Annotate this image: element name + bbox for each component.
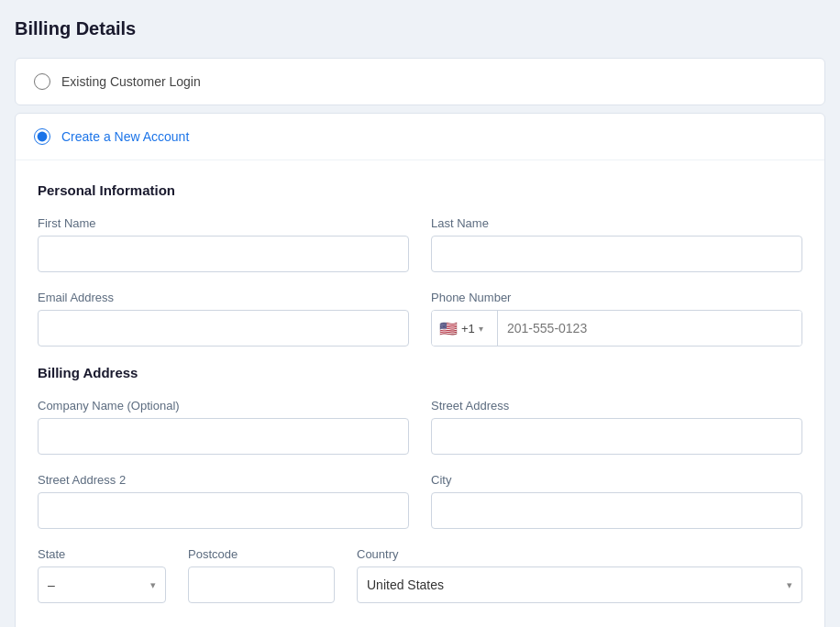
city-label: City xyxy=(431,473,802,487)
phone-wrapper: 🇺🇸 +1 ▾ xyxy=(431,310,802,346)
first-name-group: First Name xyxy=(38,216,409,272)
last-name-group: Last Name xyxy=(431,216,802,272)
existing-customer-card: Existing Customer Login xyxy=(15,58,825,105)
phone-group: Phone Number 🇺🇸 +1 ▾ xyxy=(431,291,802,346)
state-group: State – ALAKAZAR CACOCTDE FLGAHIID ILINI… xyxy=(38,547,166,603)
page-title: Billing Details xyxy=(15,15,825,43)
country-group: Country United States Canada United King… xyxy=(357,547,802,603)
postcode-input[interactable] xyxy=(188,566,335,603)
contact-row: Email Address Phone Number 🇺🇸 +1 ▾ xyxy=(38,291,802,346)
form-body: Personal Information First Name Last Nam… xyxy=(16,160,824,627)
new-account-card: Create a New Account Personal Informatio… xyxy=(15,113,825,627)
postcode-label: Postcode xyxy=(188,547,335,561)
state-postcode-country-row: State – ALAKAZAR CACOCTDE FLGAHIID ILINI… xyxy=(38,547,802,603)
city-input[interactable] xyxy=(431,492,802,529)
street-input[interactable] xyxy=(431,418,802,455)
last-name-label: Last Name xyxy=(431,216,802,230)
new-account-label: Create a New Account xyxy=(61,129,189,144)
personal-info-section-title: Personal Information xyxy=(38,182,802,198)
company-label: Company Name (Optional) xyxy=(38,399,409,412)
country-label: Country xyxy=(357,547,802,561)
billing-address-section-title: Billing Address xyxy=(38,365,802,380)
company-group: Company Name (Optional) xyxy=(38,399,409,455)
postcode-group: Postcode xyxy=(188,547,335,603)
billing-address-section: Billing Address Company Name (Optional) … xyxy=(38,365,802,603)
street2-label: Street Address 2 xyxy=(38,473,409,487)
state-select[interactable]: – ALAKAZAR CACOCTDE FLGAHIID ILINIAKS KY… xyxy=(48,578,156,592)
email-label: Email Address xyxy=(38,291,409,304)
existing-customer-label: Existing Customer Login xyxy=(61,74,201,89)
state-label: State xyxy=(38,547,166,561)
city-group: City xyxy=(431,473,802,529)
phone-chevron-icon: ▾ xyxy=(479,324,483,334)
us-flag-icon: 🇺🇸 xyxy=(439,320,458,337)
name-row: First Name Last Name xyxy=(38,216,802,272)
company-street-row: Company Name (Optional) Street Address xyxy=(38,399,802,455)
existing-customer-radio[interactable] xyxy=(34,73,50,90)
state-select-wrapper: – ALAKAZAR CACOCTDE FLGAHIID ILINIAKS KY… xyxy=(38,566,166,603)
street-label: Street Address xyxy=(431,399,802,412)
new-account-radio[interactable] xyxy=(34,128,50,145)
new-account-radio-row[interactable]: Create a New Account xyxy=(16,114,824,160)
phone-number-input[interactable] xyxy=(498,311,801,346)
street2-input[interactable] xyxy=(38,492,409,529)
country-select[interactable]: United States Canada United Kingdom Aust… xyxy=(367,578,792,592)
street2-group: Street Address 2 xyxy=(38,473,409,529)
last-name-input[interactable] xyxy=(431,236,802,272)
phone-label: Phone Number xyxy=(431,291,802,304)
first-name-input[interactable] xyxy=(38,236,409,272)
email-group: Email Address xyxy=(38,291,409,346)
phone-country-code: +1 xyxy=(461,322,475,336)
street2-city-row: Street Address 2 City xyxy=(38,473,802,529)
country-select-wrapper: United States Canada United Kingdom Aust… xyxy=(357,566,802,603)
phone-country-selector[interactable]: 🇺🇸 +1 ▾ xyxy=(432,311,498,346)
first-name-label: First Name xyxy=(38,216,409,230)
street-group: Street Address xyxy=(431,399,802,455)
existing-customer-radio-row[interactable]: Existing Customer Login xyxy=(16,59,824,104)
email-input[interactable] xyxy=(38,310,409,346)
company-input[interactable] xyxy=(38,418,409,455)
